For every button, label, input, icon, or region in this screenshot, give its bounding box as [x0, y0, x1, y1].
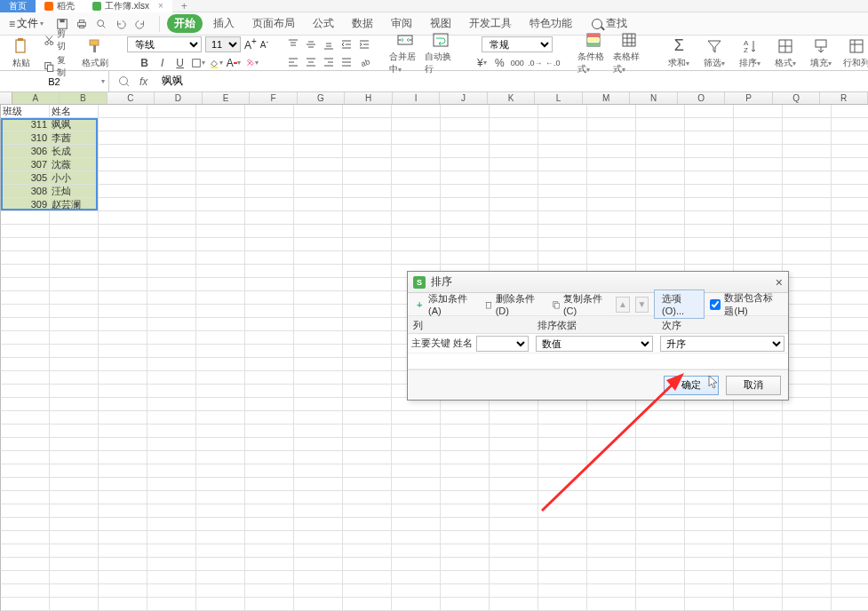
cell[interactable]	[1, 531, 50, 544]
menu-data[interactable]: 数据	[345, 14, 380, 33]
cell[interactable]	[832, 158, 868, 171]
cell[interactable]	[636, 451, 685, 464]
print-icon[interactable]	[76, 18, 88, 30]
cell[interactable]	[832, 464, 868, 478]
cell[interactable]	[50, 331, 99, 345]
number-format-select[interactable]: 常规	[482, 36, 553, 52]
cell[interactable]	[734, 478, 783, 491]
cell[interactable]	[294, 145, 343, 158]
cell[interactable]	[783, 491, 832, 504]
cell[interactable]	[783, 464, 832, 478]
cell[interactable]	[783, 518, 832, 531]
search-box[interactable]: 查找	[592, 16, 627, 31]
cell[interactable]	[147, 544, 196, 558]
cell[interactable]	[147, 464, 196, 478]
cell[interactable]	[196, 438, 245, 451]
cell[interactable]	[538, 171, 587, 185]
cell[interactable]: 307	[1, 158, 50, 171]
cell[interactable]	[196, 238, 245, 251]
cell[interactable]	[734, 598, 783, 611]
cell[interactable]	[50, 398, 99, 411]
cell[interactable]	[343, 265, 392, 278]
align-top-icon[interactable]	[286, 37, 300, 52]
cell[interactable]	[587, 158, 636, 171]
cell[interactable]	[783, 438, 832, 451]
cut-button[interactable]: 剪切	[44, 28, 74, 52]
chevron-down-icon[interactable]: ▾	[101, 77, 105, 85]
cell[interactable]	[685, 198, 734, 211]
cell[interactable]	[245, 478, 294, 491]
cell[interactable]	[832, 305, 868, 318]
cell[interactable]	[587, 571, 636, 584]
cell[interactable]	[294, 211, 343, 225]
cell[interactable]	[99, 225, 147, 238]
cell[interactable]	[294, 305, 343, 318]
cell[interactable]	[441, 185, 490, 198]
border-icon[interactable]: ▾	[191, 56, 205, 70]
cell[interactable]	[99, 131, 147, 145]
cell[interactable]	[490, 531, 538, 544]
cell[interactable]	[245, 318, 294, 331]
cell[interactable]	[538, 225, 587, 238]
cell[interactable]	[490, 451, 538, 464]
cell[interactable]	[441, 225, 490, 238]
cell[interactable]	[99, 531, 147, 544]
cell[interactable]	[147, 411, 196, 425]
cell[interactable]	[50, 318, 99, 331]
cell[interactable]	[1, 544, 50, 558]
align-right-icon[interactable]	[322, 55, 336, 69]
cell[interactable]	[538, 145, 587, 158]
cell[interactable]	[392, 131, 441, 145]
cell[interactable]	[343, 371, 392, 385]
cell[interactable]	[99, 584, 147, 598]
cell[interactable]	[1, 518, 50, 531]
move-down-button[interactable]: ▼	[635, 297, 649, 313]
cell[interactable]	[832, 571, 868, 584]
cell[interactable]	[636, 598, 685, 611]
cell[interactable]	[294, 464, 343, 478]
ok-button[interactable]: 确定	[664, 376, 719, 395]
cell[interactable]	[147, 305, 196, 318]
cell[interactable]	[99, 118, 147, 131]
cell[interactable]	[1, 278, 50, 291]
cell[interactable]	[245, 518, 294, 531]
cell[interactable]	[196, 198, 245, 211]
cell[interactable]	[196, 358, 245, 371]
cell[interactable]	[734, 491, 783, 504]
align-bottom-icon[interactable]	[322, 37, 336, 52]
font-color-icon[interactable]: A▾	[227, 56, 241, 70]
cell[interactable]	[147, 318, 196, 331]
cell[interactable]	[734, 518, 783, 531]
cell[interactable]	[99, 598, 147, 611]
col-header-Q[interactable]: Q	[773, 92, 821, 104]
cell[interactable]	[294, 531, 343, 544]
cell[interactable]	[832, 491, 868, 504]
cell[interactable]	[343, 425, 392, 438]
cell[interactable]	[832, 504, 868, 518]
increase-decimal-icon[interactable]: .0→	[528, 56, 542, 70]
cell[interactable]	[343, 544, 392, 558]
cell[interactable]	[147, 171, 196, 185]
italic-icon[interactable]: I	[155, 56, 170, 70]
cell[interactable]	[196, 171, 245, 185]
cell[interactable]	[783, 425, 832, 438]
cell[interactable]	[50, 531, 99, 544]
col-header-C[interactable]: C	[108, 92, 155, 104]
cell[interactable]	[392, 571, 441, 584]
cell[interactable]	[245, 544, 294, 558]
cell[interactable]	[343, 491, 392, 504]
cell[interactable]	[99, 251, 147, 265]
cell[interactable]	[245, 504, 294, 518]
cell[interactable]	[1, 238, 50, 251]
cell[interactable]	[685, 211, 734, 225]
cell[interactable]	[147, 571, 196, 584]
cell[interactable]	[147, 385, 196, 398]
cell[interactable]	[832, 558, 868, 571]
cell[interactable]	[294, 318, 343, 331]
cell[interactable]	[1, 371, 50, 385]
cell[interactable]	[245, 278, 294, 291]
cell[interactable]	[832, 584, 868, 598]
cell[interactable]	[245, 171, 294, 185]
cell[interactable]	[245, 105, 294, 118]
cell[interactable]	[441, 598, 490, 611]
